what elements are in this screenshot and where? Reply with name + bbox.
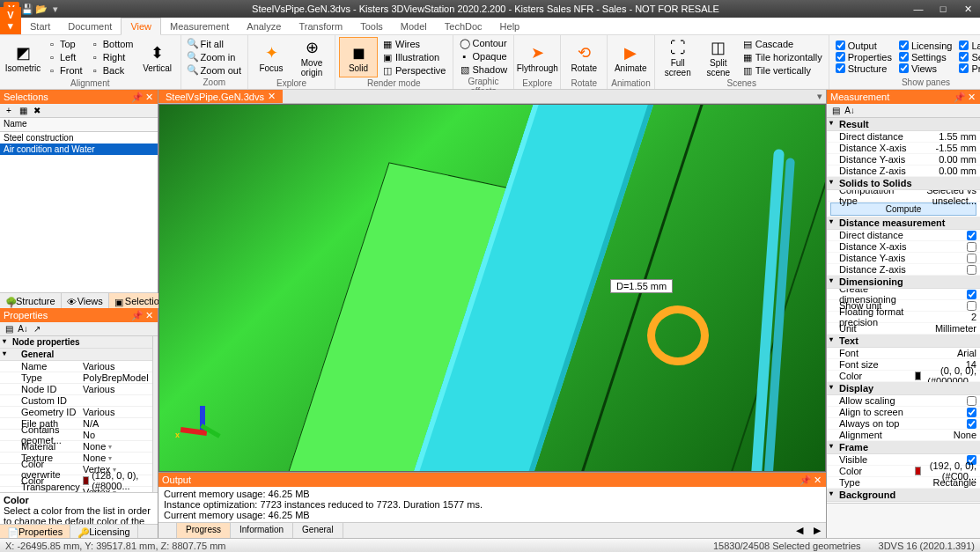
back-button[interactable]: ▫Back (87, 64, 136, 77)
section-header[interactable]: Text (827, 335, 980, 348)
left-button[interactable]: ▫Left (44, 51, 85, 63)
section-header[interactable]: Dimensioning (827, 276, 980, 289)
output-tab-general[interactable]: General (293, 523, 343, 538)
measure-row[interactable]: TypeRectangle (827, 477, 980, 489)
file-tab[interactable]: V ▾ (0, 7, 21, 34)
checkbox[interactable] (967, 408, 976, 417)
zoom-in-button[interactable]: 🔍Zoom in (185, 51, 244, 63)
shadow-button[interactable]: ▧Shadow (457, 63, 511, 76)
checkbox[interactable] (967, 254, 976, 263)
animate-button[interactable]: ▶Animate (611, 37, 650, 77)
chk-licensing[interactable]: Licensing (896, 40, 954, 51)
dropdown-icon[interactable]: ▾ (108, 454, 112, 462)
prop-row[interactable]: NameVarious (0, 361, 152, 372)
maximize-button[interactable]: □ (934, 4, 952, 15)
chk-layer[interactable]: Layer (956, 40, 980, 51)
prop-value[interactable]: None▾ (83, 453, 149, 463)
measure-value[interactable]: Rectangle (915, 477, 976, 488)
scroll-right-icon[interactable]: ▶ (808, 523, 826, 538)
az-icon[interactable]: A↓ (18, 324, 28, 335)
bottom-button[interactable]: ▫Bottom (87, 38, 136, 50)
section-node[interactable]: Node properties (0, 336, 152, 349)
tab-licensing[interactable]: 🔑Licensing (70, 525, 137, 538)
measure-value[interactable]: 1.55 mm (915, 131, 976, 142)
measure-value[interactable]: 2 (915, 312, 976, 322)
output-tab-blank[interactable] (158, 523, 177, 538)
tab-help[interactable]: Help (491, 18, 529, 34)
section-header[interactable]: Display (827, 382, 980, 395)
zoom-out-button[interactable]: 🔍Zoom out (185, 64, 244, 77)
tab-close-icon[interactable]: ✕ (268, 91, 276, 102)
prop-row[interactable]: Node IDVarious (0, 384, 152, 395)
output-tab-progress[interactable]: Progress (177, 523, 231, 538)
measure-value[interactable]: 0.00 mm (915, 166, 976, 176)
tab-measurement[interactable]: Measurement (161, 18, 238, 34)
measure-value[interactable] (915, 254, 976, 263)
az-icon[interactable]: A↓ (844, 106, 855, 116)
measure-row[interactable]: Floating format precision2 (827, 312, 980, 323)
prop-row[interactable]: Geometry IDVarious (0, 407, 152, 418)
measure-row[interactable]: Direct distance (827, 230, 980, 241)
front-button[interactable]: ▫Front (44, 64, 85, 77)
prop-value[interactable]: None▾ (83, 441, 149, 452)
tab-model[interactable]: Model (392, 18, 436, 34)
close-icon[interactable]: ✕ (144, 92, 154, 103)
tab-transform[interactable]: Transform (290, 18, 351, 34)
tab-view[interactable]: View (121, 18, 161, 35)
chk-properties[interactable]: Properties (833, 52, 895, 63)
pin-icon[interactable]: 📌 (131, 310, 142, 321)
focus-button[interactable]: ✦Focus (252, 37, 291, 77)
flythrough-button[interactable]: ➤Flythrough (518, 37, 556, 77)
tab-views[interactable]: 👁Views (62, 293, 109, 308)
list-item[interactable]: Steel construction (0, 132, 158, 144)
measure-value[interactable] (915, 231, 976, 240)
perspective-button[interactable]: ◫Perspective (379, 64, 448, 77)
measure-row[interactable]: Distance Y-axis0.00 mm (827, 154, 980, 166)
checkbox[interactable] (967, 301, 976, 311)
fit-all-button[interactable]: 🔍Fit all (185, 38, 244, 50)
measure-value[interactable] (915, 265, 976, 275)
measure-value[interactable] (915, 408, 976, 417)
tab-techdoc[interactable]: TechDoc (436, 18, 491, 34)
tab-document[interactable]: Document (59, 18, 121, 34)
checkbox[interactable] (967, 242, 976, 252)
isometric-button[interactable]: ◩Isometric (4, 37, 42, 77)
prop-value[interactable]: Various (83, 361, 149, 372)
qat-dropdown-icon[interactable]: ▾ (49, 3, 62, 15)
prop-row[interactable]: TypePolyBrepModel (0, 372, 152, 384)
export-icon[interactable]: ↗ (32, 324, 42, 335)
measure-value[interactable] (915, 419, 976, 429)
measure-row[interactable]: Align to screen (827, 407, 980, 418)
chk-output[interactable]: Output (833, 40, 895, 51)
scroll-left-icon[interactable]: ◀ (791, 523, 808, 538)
measure-value[interactable] (915, 396, 976, 406)
measure-row[interactable]: UnitMillimeter (827, 323, 980, 335)
measure-row[interactable]: Always on top (827, 418, 980, 430)
measure-row[interactable]: Create dimensioning (827, 289, 980, 300)
tab-structure[interactable]: 🌳Structure (0, 293, 62, 308)
measure-value[interactable]: -1.55 mm (915, 143, 976, 153)
section-header[interactable]: Background (827, 489, 980, 502)
scrollbar[interactable] (152, 336, 158, 492)
measure-value[interactable] (915, 242, 976, 252)
contour-button[interactable]: ◯Contour (457, 37, 511, 49)
fullscreen-button[interactable]: ⛶Full screen (659, 37, 697, 77)
chk-views[interactable]: Views (896, 63, 954, 74)
section-header[interactable]: Distance measurement (827, 217, 980, 230)
chk-structure[interactable]: Structure (833, 63, 895, 74)
top-button[interactable]: ▫Top (44, 38, 85, 50)
prop-value[interactable]: Various (83, 407, 149, 417)
close-button[interactable]: ✕ (959, 4, 976, 15)
cat-icon[interactable]: ▤ (830, 106, 841, 116)
rotate-button[interactable]: ⟲Rotate (564, 37, 603, 77)
axis-triad[interactable]: x (175, 402, 228, 455)
checkbox[interactable] (967, 231, 976, 240)
pin-icon[interactable]: 📌 (799, 475, 810, 486)
measure-row[interactable]: Color(192, 0, 0), (#C00... (827, 466, 980, 477)
tile-h-button[interactable]: ▦Tile horizontally (740, 51, 825, 63)
chk-profiles[interactable]: Profiles (956, 63, 980, 74)
measure-value[interactable] (915, 301, 976, 311)
prop-value[interactable]: PolyBrepModel (83, 372, 149, 383)
tab-dropdown-icon[interactable]: ▾ (817, 91, 826, 102)
cat-icon[interactable]: ▤ (4, 324, 14, 335)
